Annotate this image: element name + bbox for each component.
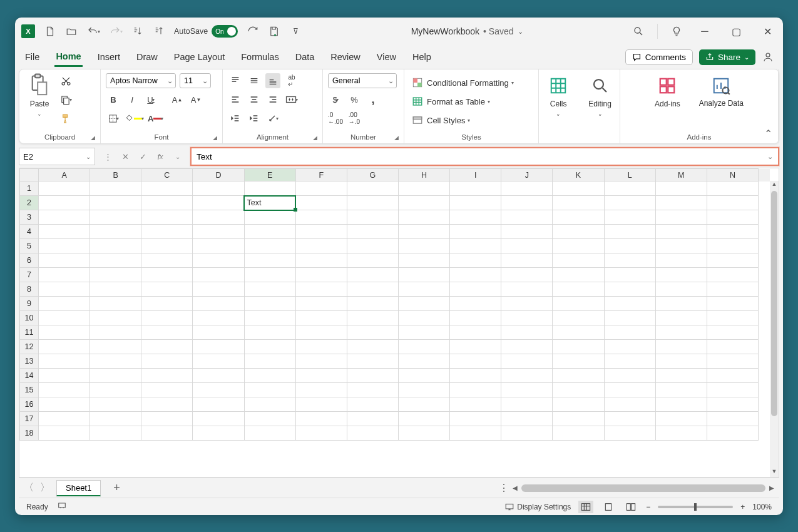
font-name-select[interactable]: Aptos Narrow xyxy=(106,73,176,88)
close-button[interactable]: ✕ xyxy=(758,22,777,41)
cell-E12[interactable] xyxy=(244,340,295,354)
increase-font-icon[interactable]: A▲ xyxy=(170,92,185,107)
cell-A12[interactable] xyxy=(39,340,90,354)
cell-E9[interactable] xyxy=(244,297,295,311)
cell-M8[interactable] xyxy=(655,282,707,297)
cell-N18[interactable] xyxy=(707,426,758,441)
cell-C8[interactable] xyxy=(141,282,193,297)
wrap-text-icon[interactable]: ab↵ xyxy=(284,73,299,88)
col-header-L[interactable]: L xyxy=(604,169,655,182)
cell-I1[interactable] xyxy=(450,182,501,196)
cell-L11[interactable] xyxy=(604,325,655,340)
cell-F15[interactable] xyxy=(295,383,347,397)
increase-decimal-icon[interactable]: .0←.00 xyxy=(328,111,343,126)
cell-B1[interactable] xyxy=(90,182,141,196)
conditional-formatting-button[interactable]: Conditional Formatting▾ xyxy=(409,76,516,90)
cell-H3[interactable] xyxy=(398,210,449,225)
cell-N1[interactable] xyxy=(707,182,758,196)
orientation-icon[interactable]: ▾ xyxy=(265,111,280,126)
cell-E18[interactable] xyxy=(244,426,295,441)
cell-K4[interactable] xyxy=(553,225,604,239)
cell-L5[interactable] xyxy=(604,239,655,253)
cell-M4[interactable] xyxy=(655,225,707,239)
cell-A1[interactable] xyxy=(39,182,90,196)
cell-B4[interactable] xyxy=(90,225,141,239)
row-header-1[interactable]: 1 xyxy=(20,182,39,196)
view-pagebreak-icon[interactable] xyxy=(623,501,638,513)
cell-H16[interactable] xyxy=(398,397,449,412)
align-center-icon[interactable] xyxy=(247,92,262,107)
cell-G14[interactable] xyxy=(347,369,398,383)
cell-D16[interactable] xyxy=(193,397,244,412)
cell-K10[interactable] xyxy=(553,311,604,325)
row-header-17[interactable]: 17 xyxy=(20,412,39,426)
vertical-scrollbar[interactable]: ▲ ▼ xyxy=(770,181,779,477)
cell-B3[interactable] xyxy=(90,210,141,225)
cell-N2[interactable] xyxy=(707,196,758,210)
cell-L16[interactable] xyxy=(604,397,655,412)
row-header-12[interactable]: 12 xyxy=(20,340,39,354)
cell-A4[interactable] xyxy=(39,225,90,239)
cell-M15[interactable] xyxy=(655,383,707,397)
cell-H4[interactable] xyxy=(398,225,449,239)
cell-E1[interactable] xyxy=(244,182,295,196)
cell-G2[interactable] xyxy=(347,196,398,210)
cell-D8[interactable] xyxy=(193,282,244,297)
cell-M11[interactable] xyxy=(655,325,707,340)
row-header-7[interactable]: 7 xyxy=(20,268,39,282)
align-top-icon[interactable] xyxy=(228,73,243,88)
cell-K12[interactable] xyxy=(553,340,604,354)
cell-C17[interactable] xyxy=(141,412,193,426)
cell-D10[interactable] xyxy=(193,311,244,325)
cell-B15[interactable] xyxy=(90,383,141,397)
cell-A3[interactable] xyxy=(39,210,90,225)
cell-D14[interactable] xyxy=(193,369,244,383)
cell-N17[interactable] xyxy=(707,412,758,426)
row-header-6[interactable]: 6 xyxy=(20,253,39,268)
zoom-slider[interactable] xyxy=(658,506,733,508)
cell-J1[interactable] xyxy=(501,182,553,196)
cell-M5[interactable] xyxy=(655,239,707,253)
cell-G5[interactable] xyxy=(347,239,398,253)
row-header-3[interactable]: 3 xyxy=(20,210,39,225)
cell-B6[interactable] xyxy=(90,253,141,268)
cell-C4[interactable] xyxy=(141,225,193,239)
align-bottom-icon[interactable] xyxy=(265,73,280,88)
number-dialog-launcher[interactable]: ◢ xyxy=(394,135,399,141)
cell-K8[interactable] xyxy=(553,282,604,297)
cell-B2[interactable] xyxy=(90,196,141,210)
cell-D5[interactable] xyxy=(193,239,244,253)
cell-E16[interactable] xyxy=(244,397,295,412)
cell-B16[interactable] xyxy=(90,397,141,412)
font-dialog-launcher[interactable]: ◢ xyxy=(213,135,217,141)
cell-G13[interactable] xyxy=(347,354,398,369)
cell-J15[interactable] xyxy=(501,383,553,397)
cell-K13[interactable] xyxy=(553,354,604,369)
cell-D6[interactable] xyxy=(193,253,244,268)
formula-bar[interactable]: Text ⌄ xyxy=(190,147,779,166)
cell-H2[interactable] xyxy=(398,196,449,210)
cell-D15[interactable] xyxy=(193,383,244,397)
cell-B7[interactable] xyxy=(90,268,141,282)
cell-L17[interactable] xyxy=(604,412,655,426)
cell-G11[interactable] xyxy=(347,325,398,340)
cell-E6[interactable] xyxy=(244,253,295,268)
cell-D9[interactable] xyxy=(193,297,244,311)
cell-J17[interactable] xyxy=(501,412,553,426)
cell-B13[interactable] xyxy=(90,354,141,369)
minimize-button[interactable]: ─ xyxy=(695,22,714,41)
cell-G12[interactable] xyxy=(347,340,398,354)
cell-N12[interactable] xyxy=(707,340,758,354)
collapse-ribbon-icon[interactable]: ⌃ xyxy=(764,128,772,140)
cell-G15[interactable] xyxy=(347,383,398,397)
cell-F5[interactable] xyxy=(295,239,347,253)
fx-icon[interactable]: fx xyxy=(153,149,168,164)
merge-center-icon[interactable]: ▾ xyxy=(284,92,299,107)
cell-F14[interactable] xyxy=(295,369,347,383)
cell-J18[interactable] xyxy=(501,426,553,441)
cell-F1[interactable] xyxy=(295,182,347,196)
cell-G1[interactable] xyxy=(347,182,398,196)
cell-I2[interactable] xyxy=(450,196,501,210)
tab-formulas[interactable]: Formulas xyxy=(240,48,280,66)
cell-G16[interactable] xyxy=(347,397,398,412)
